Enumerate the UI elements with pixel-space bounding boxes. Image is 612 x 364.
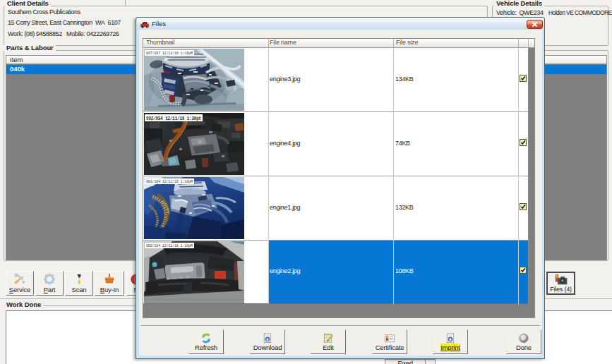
svg-text:097/097 12/11/16 1:19pM: 097/097 12/11/16 1:19pM <box>146 51 193 56</box>
svg-text:092/104 12/11/16 1:10pM: 092/104 12/11/16 1:10pM <box>146 243 193 248</box>
svg-text:091/104 12/11/16 1:10pM: 091/104 12/11/16 1:10pM <box>146 179 193 184</box>
svg-text:992/954 12/11/19 1:30pt: 992/954 12/11/19 1:30pt <box>146 116 201 121</box>
